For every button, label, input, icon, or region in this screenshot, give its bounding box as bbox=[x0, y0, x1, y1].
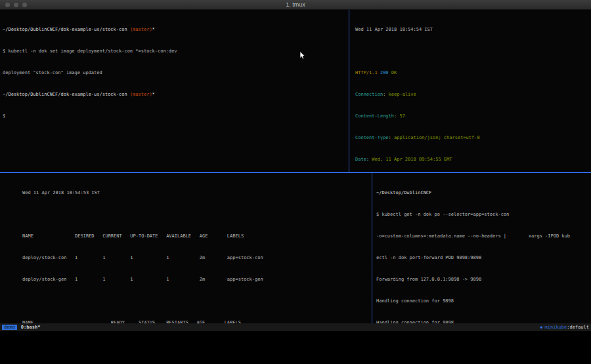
shell-prompt-line: ~/Desktop/DublinCNCF/dok-example-us/stoc… bbox=[3, 91, 349, 98]
zoom-button[interactable] bbox=[22, 3, 27, 7]
pane-bottom-left[interactable]: Wed 11 Apr 2018 10:54:53 IST NAME DESIRE… bbox=[0, 173, 372, 323]
command-output: deployment "stock-con" image updated bbox=[3, 70, 349, 77]
command-line: $ kubectl -n dok set image deployment/st… bbox=[3, 48, 349, 55]
git-branch: (master) bbox=[130, 92, 152, 97]
http-header: Content-Length: 57 bbox=[355, 113, 591, 120]
http-protocol: HTTP/1.1 bbox=[355, 70, 380, 75]
git-dirty-marker: * bbox=[152, 92, 155, 97]
window-tab[interactable]: 0:bash* bbox=[21, 325, 41, 330]
command-line-wrap: ectl -n dok port-forward POD 9898:9898 bbox=[376, 254, 591, 262]
table-row: deploy/stock-gen 1 1 1 1 2m app=stock-ge… bbox=[22, 276, 372, 283]
cwd-path: ~/Desktop/DublinCNCF bbox=[376, 190, 591, 197]
git-dirty-marker: * bbox=[152, 27, 155, 32]
blank-line bbox=[22, 211, 372, 218]
session-name-badge[interactable]: demo bbox=[2, 325, 17, 330]
http-header: Content-Type: application/json; charset=… bbox=[355, 134, 591, 142]
blank-line bbox=[355, 48, 591, 55]
tmux-status-bar: demo 0:bash* ◆ minikube :default bbox=[0, 323, 591, 331]
pane-divider-vertical-top[interactable] bbox=[349, 10, 349, 172]
http-header: Connection: keep-alive bbox=[355, 91, 591, 98]
pane-top-right[interactable]: Wed 11 Apr 2018 10:54:54 IST HTTP/1.1 20… bbox=[350, 10, 591, 172]
pane-divider-horizontal[interactable] bbox=[0, 172, 591, 173]
terminal-area: ~/Desktop/DublinCNCF/dok-example-us/stoc… bbox=[0, 10, 591, 323]
http-header: Date: Wed, 11 Apr 2018 09:54:55 GMT bbox=[355, 156, 591, 163]
http-status-reason: OK bbox=[391, 70, 397, 75]
shell-prompt-symbol: $ bbox=[3, 113, 349, 120]
cwd-path: ~/Desktop/DublinCNCF/dok-example-us/stoc… bbox=[3, 92, 130, 97]
mouse-pointer-icon bbox=[299, 50, 305, 62]
pane-top-left[interactable]: ~/Desktop/DublinCNCF/dok-example-us/stoc… bbox=[0, 10, 349, 172]
http-status-code: 200 bbox=[380, 70, 391, 75]
git-branch: (master) bbox=[130, 27, 152, 32]
output-line: Forwarding from 127.0.0.1:9898 -> 9898 bbox=[376, 276, 591, 283]
shell-prompt-line: ~/Desktop/DublinCNCF/dok-example-us/stoc… bbox=[3, 26, 349, 33]
timestamp: Wed 11 Apr 2018 10:54:53 IST bbox=[22, 190, 372, 197]
pane-divider-vertical-bottom[interactable] bbox=[372, 173, 372, 323]
kube-context-namespace: :default bbox=[567, 325, 589, 330]
window-titlebar: 1. tmux bbox=[0, 0, 591, 10]
kube-context-name: minikube bbox=[545, 325, 567, 330]
command-line: $ kubectl get -n dok po --selector=app=s… bbox=[376, 211, 591, 218]
cwd-path: ~/Desktop/DublinCNCF/dok-example-us/stoc… bbox=[3, 27, 130, 32]
command-line-wrap: -o=custom-columns=:metadata.name --no-he… bbox=[376, 233, 591, 240]
deployments-table-header: NAME DESIRED CURRENT UP-TO-DATE AVAILABL… bbox=[22, 233, 372, 240]
close-button[interactable] bbox=[5, 3, 10, 7]
table-row: deploy/stock-con 1 1 1 1 2m app=stock-co… bbox=[22, 254, 372, 262]
minimize-button[interactable] bbox=[14, 3, 18, 7]
window-title: 1. tmux bbox=[286, 1, 305, 8]
http-status-line: HTTP/1.1 200 OK bbox=[355, 70, 591, 77]
traffic-lights bbox=[5, 3, 27, 7]
kube-context-icon: ◆ bbox=[540, 325, 542, 330]
blank-line bbox=[22, 298, 372, 305]
output-line: Handling connection for 9898 bbox=[376, 298, 591, 305]
pane-bottom-right[interactable]: ~/Desktop/DublinCNCF $ kubectl get -n do… bbox=[373, 173, 591, 323]
timestamp: Wed 11 Apr 2018 10:54:54 IST bbox=[355, 26, 591, 33]
